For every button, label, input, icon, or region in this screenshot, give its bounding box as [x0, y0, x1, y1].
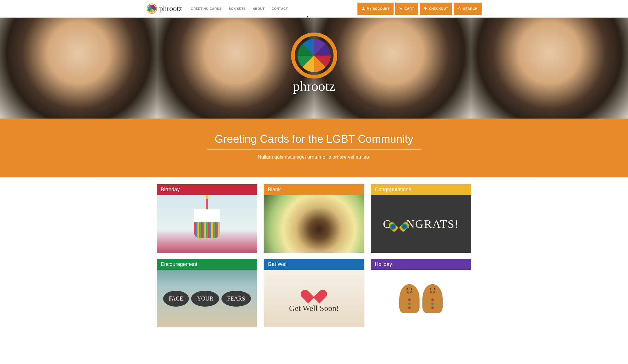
banner-title: Greeting Cards for the LGBT Community [6, 133, 622, 145]
category-image [264, 195, 364, 253]
category-holiday[interactable]: Holiday [371, 259, 472, 327]
my-account-button[interactable]: MY ACCOUNT [357, 3, 394, 15]
category-label: Birthday [157, 184, 258, 195]
category-get-well[interactable]: Get Well Get Well Soon! [264, 259, 364, 327]
category-label: Blank [264, 184, 364, 195]
tag-icon [424, 7, 427, 10]
gingerbread-icon [422, 284, 443, 313]
hero-brand-name: phrootz [291, 78, 337, 94]
category-image: Get Well Soon! [264, 270, 364, 327]
logo-link[interactable]: phrootz [147, 3, 182, 14]
user-icon [361, 7, 365, 10]
category-grid: Birthday Blank Congratulations CNGRATS! … [154, 184, 474, 339]
category-label: Holiday [371, 259, 472, 270]
search-label: SEARCH [463, 7, 477, 10]
logo-icon-large [291, 32, 337, 78]
category-image: FACE YOUR FEARS [157, 270, 258, 327]
banner-divider [207, 149, 421, 150]
category-label: Get Well [264, 259, 364, 270]
nav-box-sets[interactable]: BOX SETS [229, 7, 246, 10]
banner-subtitle: Nullam quis risus eget urna mollis ornar… [6, 154, 622, 160]
site-header: phrootz GREETING CARDS BOX SETS ABOUT CO… [0, 0, 628, 18]
heart-icon [305, 284, 323, 300]
stone-word: FACE [163, 291, 189, 307]
cart-button[interactable]: CART [395, 3, 418, 15]
logo-icon [147, 3, 157, 14]
getwell-text: Get Well Soon! [289, 304, 339, 313]
category-label: Encouragement [157, 259, 258, 270]
stone-word: FEARS [221, 291, 251, 307]
category-encouragement[interactable]: Encouragement FACE YOUR FEARS [157, 259, 258, 327]
utility-nav: MY ACCOUNT CART CHECKOUT SEARCH [357, 3, 481, 15]
cart-label: CART [405, 7, 414, 10]
brand-name: phrootz [159, 4, 182, 13]
category-congratulations[interactable]: Congratulations CNGRATS! [371, 184, 472, 253]
checkout-label: CHECKOUT [429, 7, 448, 10]
nav-about[interactable]: ABOUT [253, 7, 265, 10]
hero-banner: phrootz [0, 18, 628, 119]
nav-greeting-cards[interactable]: GREETING CARDS [191, 7, 222, 10]
cart-icon [399, 7, 403, 10]
category-image: CNGRATS! [371, 195, 472, 253]
cupcake-icon [194, 209, 220, 238]
my-account-label: MY ACCOUNT [367, 7, 390, 10]
gingerbread-icon [399, 284, 420, 313]
nav-contact[interactable]: CONTACT [272, 7, 288, 10]
stone-word: YOUR [191, 291, 219, 307]
hero-logo: phrootz [291, 32, 337, 94]
category-birthday[interactable]: Birthday [157, 184, 258, 253]
search-button[interactable]: SEARCH [454, 3, 481, 15]
search-icon [458, 7, 461, 10]
tagline-banner: Greeting Cards for the LGBT Community Nu… [0, 119, 628, 177]
checkout-button[interactable]: CHECKOUT [420, 3, 452, 15]
category-label: Congratulations [371, 184, 472, 195]
category-image [371, 270, 472, 327]
category-image [157, 195, 258, 253]
congrats-chalk-text: CNGRATS! [383, 217, 459, 231]
primary-nav: GREETING CARDS BOX SETS ABOUT CONTACT [191, 7, 288, 10]
rainbow-heart-icon [392, 218, 405, 230]
category-blank[interactable]: Blank [264, 184, 364, 253]
